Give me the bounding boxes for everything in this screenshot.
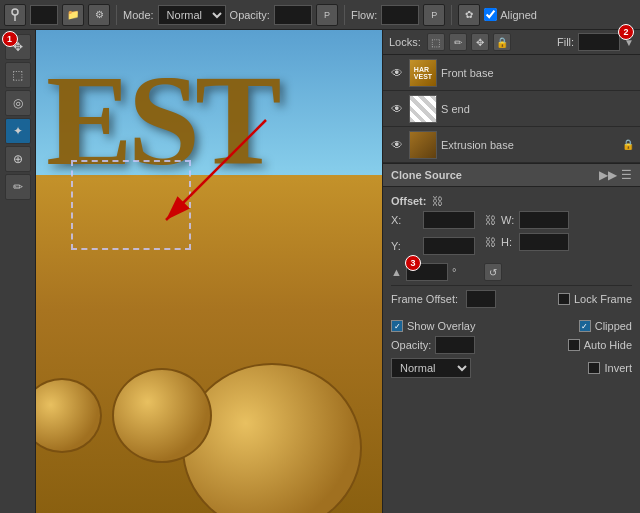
badge-1: 1 — [2, 31, 18, 47]
wh-col: ⛓ W: 80,0% ⛓ H: 80,0% — [483, 211, 569, 251]
invert-option: Invert — [588, 362, 632, 374]
offset-title: Offset: — [391, 195, 426, 207]
canvas-area[interactable]: EST — [36, 30, 382, 513]
angle-triangle-icon: ▲ — [391, 266, 402, 278]
opacity-label: Opacity: — [230, 9, 270, 21]
flow-input[interactable]: 100% — [381, 5, 419, 25]
overlay-opacity-label: Opacity: — [391, 339, 431, 351]
lock-frame-checkbox[interactable] — [558, 293, 570, 305]
clone-source-icons: ▶▶ ☰ — [599, 168, 632, 182]
aligned-label: Aligned — [500, 9, 537, 21]
eyedropper-tool[interactable]: ✏ — [5, 174, 31, 200]
h-label: H: — [501, 236, 515, 248]
brush-size-input[interactable]: 10 — [30, 5, 58, 25]
mode-select[interactable]: Normal Multiply Screen — [158, 5, 226, 25]
aligned-checkbox-label[interactable]: Aligned — [484, 8, 537, 21]
canvas-background: EST — [36, 30, 382, 513]
fill-label: Fill: — [557, 36, 574, 48]
y-input[interactable]: 10 px — [423, 237, 475, 255]
aligned-checkbox[interactable] — [484, 8, 497, 21]
clone-source-header[interactable]: Clone Source ▶▶ ☰ — [383, 164, 640, 186]
divider-1 — [116, 5, 117, 25]
normal-invert-row: Normal Multiply Invert — [391, 358, 632, 378]
badge-3: 3 — [405, 255, 421, 271]
svg-point-0 — [12, 9, 18, 15]
auto-hide-option: Auto Hide — [568, 339, 632, 351]
offset-two-col: X: 0 px Y: 10 px ⛓ W: 80,0% — [391, 211, 632, 259]
x-input[interactable]: 0 px — [423, 211, 475, 229]
clone-menu-icon[interactable]: ☰ — [621, 168, 632, 182]
overlay-clipped-row: ✓ Show Overlay ✓ Clipped — [391, 320, 632, 332]
right-panel: Locks: ⬚ ✏ ✥ 🔒 Fill: 100% ▼ 2 👁 HARVEST … — [382, 30, 640, 513]
layer-row-front-base[interactable]: 👁 HARVEST Front base — [383, 55, 640, 91]
divider-3 — [451, 5, 452, 25]
brush-tool-btn[interactable] — [4, 4, 26, 26]
xy-col: X: 0 px Y: 10 px — [391, 211, 475, 259]
main-area: 1 ✥ ⬚ ◎ ✦ ⊕ ✏ EST — [0, 30, 640, 513]
thumb-front-base: HARVEST — [409, 59, 437, 87]
marquee-tool[interactable]: ⬚ — [5, 62, 31, 88]
invert-label: Invert — [604, 362, 632, 374]
lock-transparent-btn[interactable]: ⬚ — [427, 33, 445, 51]
lock-pixels-btn[interactable]: ✏ — [449, 33, 467, 51]
flow-pressure-btn[interactable]: P — [423, 4, 445, 26]
layer-row-s-end[interactable]: 👁 S end — [383, 91, 640, 127]
lock-position-btn[interactable]: ✥ — [471, 33, 489, 51]
link-chain-bottom: ⛓ — [483, 236, 497, 248]
frame-offset-row: Frame Offset: 0 Lock Frame — [391, 285, 632, 312]
offset-title-row: Offset: ⛓ — [391, 195, 632, 207]
h-input[interactable]: 80,0% — [519, 233, 569, 251]
layer-row-extrusion[interactable]: 👁 Extrusion base 🔒 — [383, 127, 640, 163]
move-tool[interactable]: 1 ✥ — [5, 34, 31, 60]
clone-next-icon[interactable]: ▶▶ — [599, 168, 617, 182]
opacity-input[interactable]: 100% — [274, 5, 312, 25]
brush-preset-btn[interactable]: 📁 — [62, 4, 84, 26]
overlay-mode-select[interactable]: Normal Multiply — [391, 358, 471, 378]
hay-bale-2 — [112, 368, 212, 463]
overlay-opacity-input[interactable]: 100% — [435, 336, 475, 354]
offset-section: Offset: ⛓ X: 0 px Y: 10 px — [391, 191, 632, 285]
clone-source-panel: Clone Source ▶▶ ☰ — [383, 163, 640, 187]
divider-2 — [344, 5, 345, 25]
lock-frame-option: Lock Frame — [558, 293, 632, 305]
lasso-tool[interactable]: ◎ — [5, 90, 31, 116]
clone-source-body: Offset: ⛓ X: 0 px Y: 10 px — [383, 187, 640, 316]
angle-reset-btn[interactable]: ↺ — [484, 263, 502, 281]
fill-input[interactable]: 100% — [578, 33, 620, 51]
magic-wand-tool[interactable]: ✦ — [5, 118, 31, 144]
x-field-row: X: 0 px — [391, 211, 475, 229]
lock-extrusion-icon: 🔒 — [622, 139, 634, 150]
show-overlay-option: ✓ Show Overlay — [391, 320, 475, 332]
svg-line-3 — [166, 120, 266, 220]
y-field-row: Y: 10 px — [391, 237, 475, 255]
layers-section: Locks: ⬚ ✏ ✥ 🔒 Fill: 100% ▼ 2 👁 HARVEST … — [383, 30, 640, 163]
show-overlay-checkbox[interactable]: ✓ — [391, 320, 403, 332]
flow-label: Flow: — [351, 9, 377, 21]
w-input[interactable]: 80,0% — [519, 211, 569, 229]
brush-settings-btn[interactable]: ⚙ — [88, 4, 110, 26]
auto-hide-checkbox[interactable] — [568, 339, 580, 351]
main-toolbar: 10 📁 ⚙ Mode: Normal Multiply Screen Opac… — [0, 0, 640, 30]
mode-label: Mode: — [123, 9, 154, 21]
lock-all-btn[interactable]: 🔒 — [493, 33, 511, 51]
airbrush-btn[interactable]: ✿ — [458, 4, 480, 26]
eye-icon-front-base[interactable]: 👁 — [389, 65, 405, 81]
y-label: Y: — [391, 240, 419, 252]
clone-source-title: Clone Source — [391, 169, 462, 181]
invert-checkbox[interactable] — [588, 362, 600, 374]
annotation-arrow — [136, 110, 296, 270]
layers-locks-bar: Locks: ⬚ ✏ ✥ 🔒 Fill: 100% ▼ 2 — [383, 30, 640, 55]
opacity-row: Opacity: 100% Auto Hide — [391, 336, 632, 354]
left-toolbox: 1 ✥ ⬚ ◎ ✦ ⊕ ✏ — [0, 30, 36, 513]
eye-icon-extrusion[interactable]: 👁 — [389, 137, 405, 153]
frame-offset-input[interactable]: 0 — [466, 290, 496, 308]
auto-hide-label: Auto Hide — [584, 339, 632, 351]
clone-stamp-tool[interactable]: ⊕ — [5, 146, 31, 172]
clipped-checkbox[interactable]: ✓ — [579, 320, 591, 332]
layer-name-s-end: S end — [441, 103, 634, 115]
w-label: W: — [501, 214, 515, 226]
eye-icon-s-end[interactable]: 👁 — [389, 101, 405, 117]
badge-2: 2 — [618, 24, 634, 40]
opacity-pressure-btn[interactable]: P — [316, 4, 338, 26]
layer-name-front-base: Front base — [441, 67, 634, 79]
